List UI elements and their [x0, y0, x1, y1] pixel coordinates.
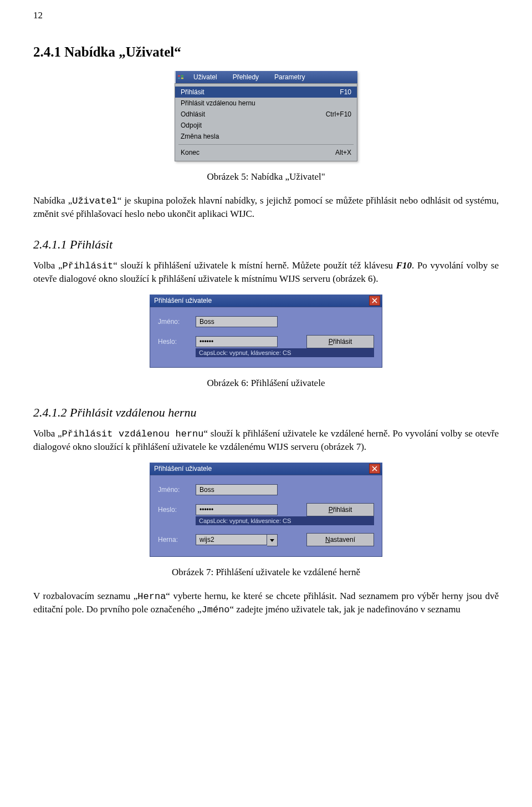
document-page: 12 2.4.1 Nabídka „Uživatel“ Uživatel Pře… [0, 0, 532, 807]
menu-item-label: Přihlásit vzdálenou hernu [181, 99, 255, 107]
prihlasit-button[interactable]: Přihlásit [306, 335, 374, 348]
login-dialog: Přihlášení uživatele Jméno: Boss Heslo: … [150, 295, 382, 368]
svg-rect-1 [181, 75, 183, 77]
figure-7: Přihlášení uživatele Jméno: Boss Heslo: … [33, 463, 499, 557]
heslo-input[interactable]: •••••• [196, 336, 278, 347]
dialog-body: Jméno: Boss Heslo: •••••• Přihlásit Caps… [150, 475, 382, 557]
chevron-down-icon[interactable] [267, 534, 278, 546]
button-accel: N [325, 536, 330, 544]
label-heslo: Heslo: [158, 506, 196, 514]
menu-item-label: Odhlásit [181, 110, 205, 118]
prihlasit-button[interactable]: Přihlásit [306, 503, 374, 516]
label-jmeno: Jméno: [158, 486, 196, 494]
window-icon [176, 74, 186, 80]
heslo-input[interactable]: •••••• [196, 504, 278, 515]
menu-item-shortcut: F10 [323, 88, 351, 96]
remote-login-dialog: Přihlášení uživatele Jméno: Boss Heslo: … [150, 463, 382, 557]
button-accel: P [329, 338, 333, 346]
code-text: Herna [137, 591, 166, 602]
menu-item-label: Odpojit [181, 121, 202, 129]
caption-figure-6: Obrázek 6: Přihlášení uživatele [33, 378, 499, 389]
button-label: řihlásit [333, 506, 352, 514]
button-label: astavení [330, 536, 355, 544]
heading-2-4-1: 2.4.1 Nabídka „Uživatel“ [33, 44, 499, 60]
menu-separator [178, 144, 354, 145]
svg-rect-0 [178, 75, 180, 77]
heading-2-4-1-1: 2.4.1.1 Přihlásit [33, 237, 499, 252]
text: Nabídka „ [33, 195, 72, 206]
dialog-title: Přihlášení uživatele [154, 297, 369, 304]
row-jmeno: Jméno: Boss [158, 484, 374, 495]
text: Volba „ [33, 260, 63, 271]
jmeno-input[interactable]: Boss [196, 484, 278, 495]
paragraph-3: Volba „Přihlásit vzdálenou hernu“ slouží… [33, 428, 499, 454]
menu-item-prihlasit-vzdalenou[interactable]: Přihlásit vzdálenou hernu [175, 98, 357, 109]
figure-6: Přihlášení uživatele Jméno: Boss Heslo: … [33, 295, 499, 368]
dialog-titlebar[interactable]: Přihlášení uživatele [150, 463, 382, 475]
menu-item-label: Změna hesla [181, 133, 219, 140]
text: V rozbalovacím seznamu „ [33, 591, 137, 601]
label-heslo: Heslo: [158, 338, 196, 346]
menu-uzivatel: Uživatel Přehledy Parametry Přihlásit F1… [175, 71, 357, 161]
code-text: Uživatel [72, 196, 117, 206]
menu-item-konec[interactable]: Konec Alt+X [175, 147, 357, 158]
svg-rect-3 [181, 78, 183, 79]
close-icon[interactable] [369, 464, 380, 474]
menu-item-label: Přihlásit [181, 88, 204, 96]
menu-item-shortcut: Ctrl+F10 [309, 110, 351, 118]
caption-figure-7: Obrázek 7: Přihlášení uživatele ke vzdál… [33, 567, 499, 578]
label-jmeno: Jméno: [158, 318, 196, 326]
paragraph-1: Nabídka „Uživatel“ je skupina položek hl… [33, 195, 499, 221]
menu-item-odhlasit[interactable]: Odhlásit Ctrl+F10 [175, 109, 357, 120]
menu-item-label: Konec [181, 149, 200, 156]
row-jmeno: Jméno: Boss [158, 316, 374, 327]
figure-5: Uživatel Přehledy Parametry Přihlásit F1… [33, 71, 499, 161]
button-accel: P [329, 506, 333, 514]
menu-bar: Uživatel Přehledy Parametry [175, 71, 357, 83]
text: “ slouží k přihlášení uživatele k místní… [113, 260, 396, 271]
heading-2-4-1-2: 2.4.1.2 Přihlásit vzdálenou hernu [33, 405, 499, 420]
close-icon[interactable] [369, 296, 380, 306]
dialog-titlebar[interactable]: Přihlášení uživatele [150, 295, 382, 307]
svg-rect-2 [178, 78, 180, 79]
menubar-item-uzivatel[interactable]: Uživatel [186, 71, 225, 83]
menu-item-prihlasit[interactable]: Přihlásit F10 [175, 87, 357, 98]
nastaveni-button[interactable]: Nastavení [306, 533, 374, 546]
status-bar: CapsLock: vypnut, klávesnice: CS [196, 516, 374, 525]
dialog-title: Přihlášení uživatele [154, 465, 369, 473]
code-text: Jméno [202, 605, 230, 615]
key-label: F10 [396, 260, 412, 271]
paragraph-2: Volba „Přihlásit“ slouží k přihlášení už… [33, 260, 499, 286]
page-number: 12 [33, 10, 43, 21]
menubar-item-parametry[interactable]: Parametry [267, 71, 313, 83]
code-text: Přihlásit [63, 261, 114, 271]
menu-dropdown: Přihlásit F10 Přihlásit vzdálenou hernu … [175, 83, 357, 161]
jmeno-input[interactable]: Boss [196, 316, 278, 327]
code-text: Přihlásit vzdálenou hernu [62, 429, 204, 439]
status-bar: CapsLock: vypnut, klávesnice: CS [196, 348, 374, 357]
menu-item-shortcut: Alt+X [319, 149, 351, 156]
menu-item-odpojit[interactable]: Odpojit [175, 120, 357, 131]
label-herna: Herna: [158, 536, 196, 544]
caption-figure-5: Obrázek 5: Nabídka „Uživatel" [33, 171, 499, 182]
menu-item-zmena-hesla[interactable]: Změna hesla [175, 131, 357, 142]
text: “ zadejte jméno uživatele tak, jak je na… [230, 604, 461, 615]
herna-select[interactable]: wijs2 [196, 534, 278, 545]
menubar-item-prehledy[interactable]: Přehledy [225, 71, 267, 83]
dialog-body: Jméno: Boss Heslo: •••••• Přihlásit Caps… [150, 307, 382, 368]
text: Volba „ [33, 428, 62, 439]
button-label: řihlásit [333, 338, 352, 346]
paragraph-4: V rozbalovacím seznamu „Herna“ vyberte h… [33, 590, 499, 617]
herna-value[interactable]: wijs2 [196, 534, 267, 545]
